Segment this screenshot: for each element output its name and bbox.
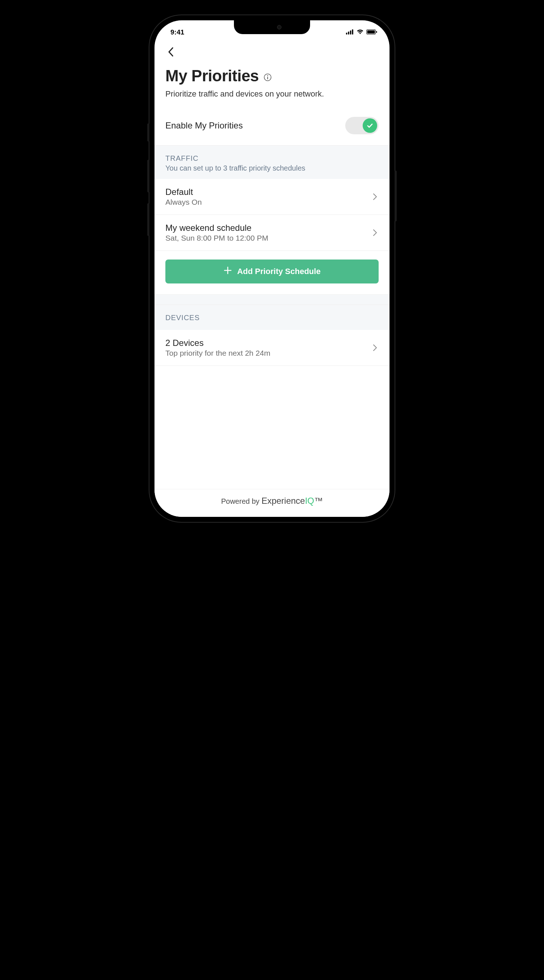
row-subtitle: Top priority for the next 2h 24m (165, 349, 371, 358)
row-subtitle: Always On (165, 198, 371, 207)
volume-up-button (147, 160, 149, 192)
side-button (147, 123, 149, 142)
notch (234, 20, 310, 34)
back-button[interactable] (165, 46, 176, 57)
traffic-section-subtitle: You can set up to 3 traffic priority sch… (165, 164, 379, 172)
enable-row: Enable My Priorities (154, 110, 390, 145)
footer-prefix: Powered by (221, 497, 262, 505)
footer: Powered by ExperienceIQ™ (154, 489, 390, 517)
page-header: My Priorities Prioritize traffic and dev… (154, 58, 390, 110)
traffic-row-default[interactable]: Default Always On (154, 179, 390, 215)
row-title: My weekend schedule (165, 223, 371, 233)
svg-point-8 (267, 75, 268, 76)
page-subtitle: Prioritize traffic and devices on your n… (165, 89, 379, 99)
section-gap (154, 294, 390, 304)
traffic-row-weekend[interactable]: My weekend schedule Sat, Sun 8:00 PM to … (154, 215, 390, 251)
phone-frame: 9:41 My Priorities (149, 14, 395, 523)
volume-down-button (147, 203, 149, 236)
row-title: 2 Devices (165, 338, 371, 348)
screen: 9:41 My Priorities (154, 20, 390, 517)
svg-rect-1 (348, 32, 350, 35)
svg-rect-9 (267, 77, 268, 80)
info-icon[interactable] (263, 73, 272, 82)
devices-section-header: DEVICES (154, 304, 390, 330)
add-button-container: Add Priority Schedule (154, 251, 390, 294)
devices-section-title: DEVICES (165, 313, 379, 322)
svg-rect-3 (352, 29, 354, 35)
cellular-icon (346, 28, 354, 36)
svg-rect-2 (350, 30, 351, 35)
chevron-right-icon (371, 229, 379, 236)
spacer (154, 366, 390, 489)
wifi-icon (357, 28, 364, 36)
add-button-label: Add Priority Schedule (237, 267, 320, 276)
chevron-right-icon (371, 344, 379, 352)
footer-brand-experience: Experience (262, 496, 305, 506)
footer-brand-iq: IQ (305, 496, 314, 506)
power-button (395, 170, 397, 221)
nav-bar (154, 39, 390, 58)
svg-rect-6 (376, 31, 377, 33)
footer-tm: ™ (314, 496, 323, 506)
plus-icon (224, 266, 232, 277)
svg-rect-5 (367, 30, 375, 34)
traffic-section-header: TRAFFIC You can set up to 3 traffic prio… (154, 145, 390, 179)
enable-label: Enable My Priorities (165, 121, 243, 130)
toggle-knob (363, 118, 377, 133)
battery-icon (366, 28, 377, 36)
row-title: Default (165, 187, 371, 197)
enable-toggle[interactable] (345, 117, 379, 134)
traffic-section-title: TRAFFIC (165, 154, 379, 162)
page-title: My Priorities (165, 67, 259, 85)
add-priority-schedule-button[interactable]: Add Priority Schedule (165, 259, 379, 283)
svg-rect-0 (346, 33, 347, 35)
status-time: 9:41 (170, 28, 184, 36)
devices-row[interactable]: 2 Devices Top priority for the next 2h 2… (154, 330, 390, 366)
check-icon (366, 122, 374, 129)
camera-dot (277, 25, 281, 29)
chevron-right-icon (371, 193, 379, 200)
row-subtitle: Sat, Sun 8:00 PM to 12:00 PM (165, 234, 371, 242)
